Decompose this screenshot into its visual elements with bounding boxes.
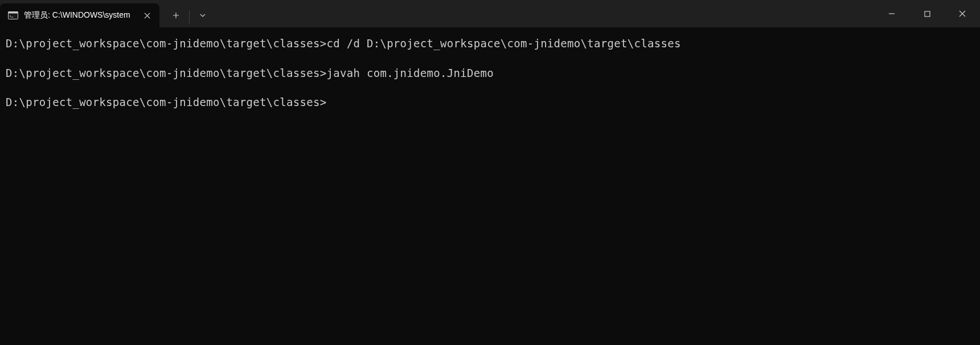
titlebar-actions [159, 0, 215, 27]
window-controls [874, 0, 980, 27]
terminal-line: D:\project_workspace\com-jnidemo\target\… [6, 36, 974, 51]
divider [189, 11, 190, 23]
terminal-icon [8, 10, 18, 21]
terminal-tab[interactable]: 管理员: C:\WINDOWS\system [0, 3, 159, 27]
titlebar: 管理员: C:\WINDOWS\system [0, 0, 980, 27]
new-tab-button[interactable] [164, 5, 188, 26]
minimize-button[interactable] [874, 0, 909, 27]
tab-title: 管理员: C:\WINDOWS\system [24, 10, 136, 21]
prompt: D:\project_workspace\com-jnidemo\target\… [6, 67, 326, 79]
terminal-output[interactable]: D:\project_workspace\com-jnidemo\target\… [0, 27, 980, 119]
close-button[interactable] [945, 0, 980, 27]
titlebar-drag-area[interactable] [215, 0, 874, 27]
prompt: D:\project_workspace\com-jnidemo\target\… [6, 37, 326, 50]
svg-rect-1 [9, 12, 18, 14]
tab-close-button[interactable] [141, 10, 153, 21]
command-text: javah com.jnidemo.JniDemo [326, 67, 493, 79]
terminal-line: D:\project_workspace\com-jnidemo\target\… [6, 66, 974, 81]
prompt: D:\project_workspace\com-jnidemo\target\… [6, 96, 326, 108]
command-text: cd /d D:\project_workspace\com-jnidemo\t… [326, 37, 680, 50]
tab-dropdown-button[interactable] [191, 5, 215, 26]
terminal-line: D:\project_workspace\com-jnidemo\target\… [6, 95, 974, 110]
svg-rect-4 [925, 11, 930, 17]
maximize-button[interactable] [909, 0, 945, 27]
